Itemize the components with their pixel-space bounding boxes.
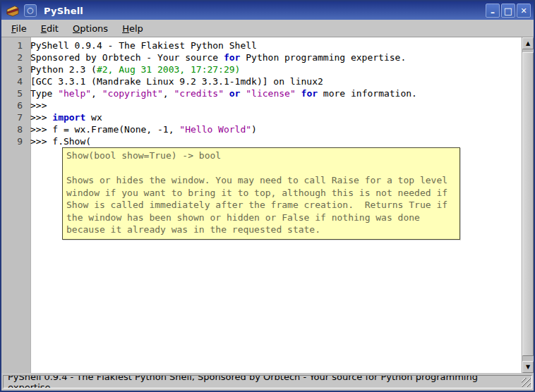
- code-segment: "help": [58, 88, 91, 99]
- scroll-down-icon: ▼: [526, 364, 530, 370]
- line-number: 4: [1, 75, 27, 87]
- code-segment: "Hello World": [179, 124, 251, 135]
- code-text: >>> f.Show(: [27, 135, 91, 147]
- resize-grip[interactable]: [522, 378, 531, 387]
- code-segment: Sponsored by Orbtech - Your source: [30, 52, 224, 63]
- title-bar[interactable]: ○ PyShell – □ ✕: [1, 1, 534, 20]
- status-field: PyShell 0.9.4 - The Flakiest Python Shel…: [3, 375, 532, 388]
- code-segment: wx: [85, 112, 102, 123]
- code-text: >>> f = wx.Frame(None, -1, "Hello World"…: [27, 123, 257, 135]
- scroll-up-button[interactable]: ▲: [522, 37, 534, 49]
- code-segment: more information.: [318, 88, 417, 99]
- status-text: PyShell 0.9.4 - The Flakiest Python Shel…: [8, 375, 520, 388]
- code-text: Sponsored by Orbtech - Your source for P…: [27, 51, 406, 63]
- shell-line: 2Sponsored by Orbtech - Your source for …: [1, 51, 522, 63]
- calltip-line: window if you want to bring it to top, a…: [66, 187, 456, 200]
- maximize-icon: □: [504, 6, 512, 16]
- code-segment: ): [251, 124, 257, 135]
- code-segment: Type: [30, 88, 58, 99]
- code-segment: for: [224, 52, 240, 63]
- menu-file-rest: ile: [16, 23, 27, 34]
- calltip: Show(bool show=True) -> bool Shows or hi…: [62, 147, 460, 240]
- shell-line: 6>>>: [1, 99, 522, 111]
- calltip-line: because it already was in the requested …: [66, 223, 456, 236]
- line-number: 5: [1, 87, 27, 99]
- calltip-line: Show is called immediately after the fra…: [66, 199, 456, 212]
- menu-help-accel: H: [122, 23, 129, 34]
- code-segment: >>> f = wx.Frame(None, -1,: [30, 124, 179, 135]
- vertical-scrollbar[interactable]: ▲ ▼: [522, 37, 534, 373]
- code-text: Type "help", "copyright", "credits" or "…: [27, 87, 417, 99]
- close-icon: ✕: [520, 7, 527, 15]
- code-segment: ,: [163, 88, 174, 99]
- code-segment: Python 2.3 (: [30, 64, 97, 75]
- scroll-up-icon: ▲: [526, 40, 530, 47]
- calltip-line: Show(bool show=True) -> bool: [66, 149, 456, 162]
- close-button[interactable]: ✕: [517, 4, 531, 18]
- line-number: 8: [1, 123, 27, 135]
- minimize-icon: –: [491, 8, 495, 17]
- menu-edit-accel: E: [41, 23, 47, 34]
- code-segment: PyShell 0.9.4 - The Flakiest Python Shel…: [30, 40, 257, 51]
- line-number: 2: [1, 51, 27, 63]
- calltip-line: the window has been shown or hidden or F…: [66, 212, 456, 224]
- code-segment: >>>: [30, 112, 52, 123]
- code-segment: [224, 88, 229, 99]
- code-text: PyShell 0.9.4 - The Flakiest Python Shel…: [27, 39, 257, 51]
- code-segment: or: [229, 88, 241, 99]
- code-segment: >>> f.Show(: [30, 136, 91, 147]
- line-number: 9: [1, 135, 27, 147]
- code-text: Python 2.3 (#2, Aug 31 2003, 17:27:29): [27, 63, 240, 75]
- shell-line: 5Type "help", "copyright", "credits" or …: [1, 87, 522, 99]
- shell-line: 1PyShell 0.9.4 - The Flakiest Python She…: [1, 39, 522, 51]
- shell-line: 4[GCC 3.3.1 (Mandrake Linux 9.2 3.3.1-1m…: [1, 75, 522, 87]
- code-text: [GCC 3.3.1 (Mandrake Linux 9.2 3.3.1-1md…: [27, 75, 323, 87]
- menu-edit[interactable]: Edit: [34, 21, 66, 36]
- code-segment: "license": [246, 88, 295, 99]
- line-number: 7: [1, 111, 27, 123]
- shell-line: 3Python 2.3 (#2, Aug 31 2003, 17:27:29): [1, 63, 522, 75]
- line-number: 6: [1, 99, 27, 111]
- maximize-button[interactable]: □: [501, 4, 515, 18]
- window-menu-button[interactable]: ○: [24, 4, 37, 17]
- scrollbar-thumb[interactable]: [522, 52, 534, 356]
- pie-slice-icon: [6, 5, 20, 17]
- shell-line: 9>>> f.Show(: [1, 135, 522, 147]
- calltip-line: [66, 162, 456, 175]
- code-segment: "copyright": [102, 88, 163, 99]
- menu-edit-rest: dit: [47, 23, 59, 34]
- circle-icon: ○: [27, 6, 34, 15]
- scroll-down-button[interactable]: ▼: [522, 361, 534, 373]
- menu-file[interactable]: File: [4, 21, 34, 36]
- menu-options[interactable]: Options: [66, 21, 115, 36]
- menu-options-rest: ptions: [80, 23, 108, 34]
- code-segment: Python programming expertise.: [240, 52, 406, 63]
- calltip-line: Shows or hides the window. You may need …: [66, 174, 456, 187]
- code-segment: import: [52, 112, 85, 123]
- code-text: >>> import wx: [27, 111, 102, 123]
- shell-line: 7>>> import wx: [1, 111, 522, 123]
- menu-options-accel: O: [73, 23, 80, 34]
- shell-lines: 1PyShell 0.9.4 - The Flakiest Python She…: [1, 39, 522, 147]
- shell-text-area[interactable]: 1PyShell 0.9.4 - The Flakiest Python She…: [1, 37, 534, 373]
- menu-bar: File Edit Options Help: [1, 20, 534, 37]
- code-segment: #2, Aug 31 2003, 17:27:29): [97, 64, 241, 75]
- line-number: 3: [1, 63, 27, 75]
- code-segment: "credits": [174, 88, 224, 99]
- code-text: >>>: [27, 99, 52, 111]
- minimize-button[interactable]: –: [486, 4, 500, 18]
- code-segment: >>>: [30, 100, 52, 111]
- line-number: 1: [1, 39, 27, 51]
- code-segment: ,: [91, 88, 102, 99]
- code-segment: [296, 88, 301, 99]
- menu-help-rest: elp: [129, 23, 143, 34]
- code-segment: for: [301, 88, 318, 99]
- window-title: PyShell: [44, 6, 83, 16]
- shell-line: 8>>> f = wx.Frame(None, -1, "Hello World…: [1, 123, 522, 135]
- menu-help[interactable]: Help: [115, 21, 150, 36]
- pyshell-window: ○ PyShell – □ ✕ File Edit Options Help 1…: [0, 0, 535, 392]
- status-bar: PyShell 0.9.4 - The Flakiest Python Shel…: [1, 373, 534, 391]
- code-segment: [GCC 3.3.1 (Mandrake Linux 9.2 3.3.1-1md…: [30, 76, 323, 87]
